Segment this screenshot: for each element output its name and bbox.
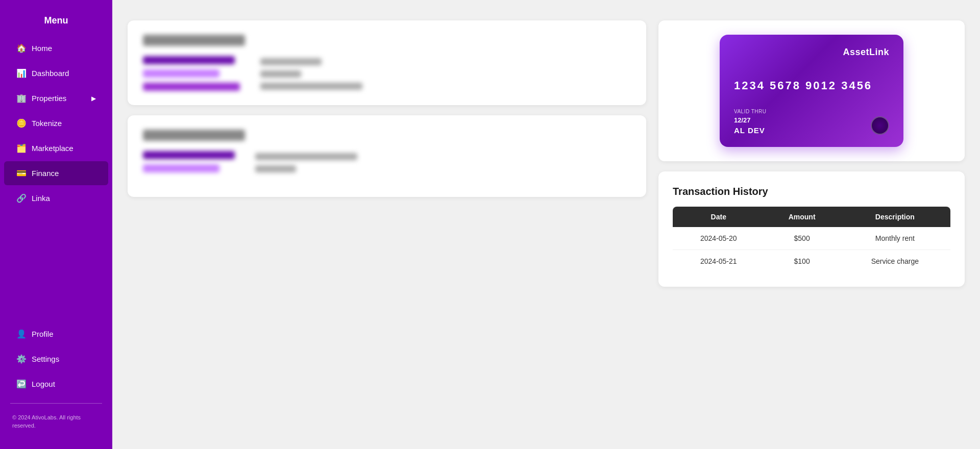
- blurred-left-1: [143, 56, 240, 91]
- card-number: 1234 5678 9012 3456: [734, 79, 889, 92]
- sidebar: Menu 🏠 Home 📊 Dashboard 🏢 Properties ▶🪙 …: [0, 0, 112, 449]
- transaction-table-head: DateAmountDescription: [673, 207, 950, 227]
- blurred-section: [128, 20, 646, 287]
- tokenize-icon: 🪙: [16, 118, 27, 128]
- blurred-bar-5: [143, 164, 219, 172]
- blurred-title-2: [143, 130, 245, 141]
- content-row: AssetLink 1234 5678 9012 3456 VALID THRU…: [128, 20, 965, 287]
- blurred-text-3: [260, 83, 362, 90]
- sidebar-label-properties: Properties: [32, 94, 66, 103]
- blurred-bar-4: [143, 151, 235, 159]
- card-valid-thru-value: 12/27: [734, 116, 767, 124]
- card-cardholder: AL DEV: [734, 126, 767, 135]
- cell-date-0: 2024-05-20: [673, 227, 765, 250]
- sidebar-item-profile[interactable]: 👤 Profile: [4, 322, 108, 346]
- marketplace-icon: 🗂️: [16, 143, 27, 153]
- col-header-description: Description: [840, 207, 950, 227]
- linka-icon: 🔗: [16, 193, 27, 203]
- cell-description-1: Service charge: [840, 250, 950, 273]
- blurred-text-5: [255, 165, 296, 172]
- blurred-row-2: [143, 151, 631, 172]
- chevron-icon: ▶: [91, 95, 96, 102]
- blurred-left-2: [143, 151, 235, 172]
- sidebar-label-tokenize: Tokenize: [32, 119, 62, 128]
- table-row: 2024-05-21$100Service charge: [673, 250, 950, 273]
- home-icon: 🏠: [16, 43, 27, 53]
- finance-icon: 💳: [16, 168, 27, 178]
- cell-amount-0: $500: [765, 227, 840, 250]
- blurred-card-1: [128, 20, 646, 105]
- transaction-history-title: Transaction History: [673, 186, 950, 197]
- transaction-panel: Transaction History DateAmountDescriptio…: [658, 171, 965, 287]
- transaction-table-body: 2024-05-20$500Monthly rent2024-05-21$100…: [673, 227, 950, 272]
- blurred-right-2: [255, 153, 357, 172]
- sidebar-label-home: Home: [32, 44, 52, 53]
- sidebar-bottom: 👤 Profile⚙️ Settings↩️ Logout © 2024 Ati…: [0, 322, 112, 439]
- card-container: AssetLink 1234 5678 9012 3456 VALID THRU…: [658, 20, 965, 161]
- blurred-text-2: [260, 70, 301, 78]
- blurred-text-1: [260, 58, 322, 65]
- sidebar-footer: © 2024 AtivoLabs. All rights reserved.: [0, 410, 112, 434]
- col-header-amount: Amount: [765, 207, 840, 227]
- card-valid-thru-label: VALID THRU: [734, 109, 767, 114]
- sidebar-nav: 🏠 Home 📊 Dashboard 🏢 Properties ▶🪙 Token…: [0, 36, 112, 322]
- sidebar-label-linka: Linka: [32, 194, 50, 203]
- cell-date-1: 2024-05-21: [673, 250, 765, 273]
- table-row: 2024-05-20$500Monthly rent: [673, 227, 950, 250]
- blurred-row-1: [143, 56, 631, 91]
- blurred-title-1: [143, 35, 245, 46]
- sidebar-label-finance: Finance: [32, 169, 59, 178]
- main-content: AssetLink 1234 5678 9012 3456 VALID THRU…: [112, 0, 980, 449]
- sidebar-item-settings[interactable]: ⚙️ Settings: [4, 347, 108, 371]
- sidebar-item-home[interactable]: 🏠 Home: [4, 36, 108, 60]
- sidebar-item-linka[interactable]: 🔗 Linka: [4, 186, 108, 210]
- card-bottom: VALID THRU 12/27 AL DEV: [734, 109, 889, 135]
- sidebar-item-marketplace[interactable]: 🗂️ Marketplace: [4, 136, 108, 160]
- settings-icon: ⚙️: [16, 354, 27, 364]
- cell-amount-1: $100: [765, 250, 840, 273]
- card-info: VALID THRU 12/27 AL DEV: [734, 109, 767, 135]
- blurred-right-1: [260, 58, 362, 90]
- card-brand: AssetLink: [734, 47, 889, 58]
- dashboard-icon: 📊: [16, 68, 27, 78]
- sidebar-item-properties[interactable]: 🏢 Properties ▶: [4, 86, 108, 110]
- sidebar-label-dashboard: Dashboard: [32, 69, 69, 78]
- transaction-table-header-row: DateAmountDescription: [673, 207, 950, 227]
- sidebar-divider: [10, 403, 102, 404]
- sidebar-label-marketplace: Marketplace: [32, 144, 74, 153]
- profile-icon: 👤: [16, 329, 27, 339]
- card-chip: [871, 116, 889, 135]
- sidebar-item-finance[interactable]: 💳 Finance: [4, 161, 108, 185]
- blurred-bar-1: [143, 56, 235, 64]
- properties-icon: 🏢: [16, 93, 27, 103]
- credit-card: AssetLink 1234 5678 9012 3456 VALID THRU…: [720, 35, 903, 147]
- sidebar-label-settings: Settings: [32, 355, 59, 363]
- blurred-card-2: [128, 115, 646, 197]
- sidebar-item-logout[interactable]: ↩️ Logout: [4, 372, 108, 396]
- col-header-date: Date: [673, 207, 765, 227]
- blurred-text-4: [255, 153, 357, 160]
- logout-icon: ↩️: [16, 379, 27, 389]
- sidebar-label-logout: Logout: [32, 380, 55, 388]
- sidebar-item-tokenize[interactable]: 🪙 Tokenize: [4, 111, 108, 135]
- sidebar-label-profile: Profile: [32, 330, 54, 338]
- right-panels: AssetLink 1234 5678 9012 3456 VALID THRU…: [658, 20, 965, 287]
- blurred-bar-2: [143, 69, 219, 78]
- sidebar-menu-label: Menu: [0, 15, 112, 26]
- cell-description-0: Monthly rent: [840, 227, 950, 250]
- sidebar-item-dashboard[interactable]: 📊 Dashboard: [4, 61, 108, 85]
- transaction-table: DateAmountDescription 2024-05-20$500Mont…: [673, 207, 950, 272]
- blurred-bar-3: [143, 83, 240, 91]
